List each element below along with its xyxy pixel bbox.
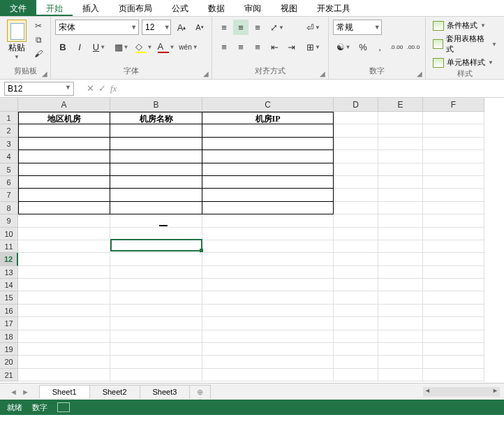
cell-D7[interactable] [334,189,378,201]
row-header-8[interactable]: 8 [0,202,18,214]
align-center-button[interactable]: ≡ [233,39,249,54]
row-header-14[interactable]: 14 [0,279,18,291]
font-size-input[interactable] [142,22,163,32]
cell-A4[interactable] [18,150,110,163]
cell-A11[interactable] [18,240,110,253]
cell-F16[interactable] [423,305,484,317]
cell-A8[interactable] [18,202,110,214]
underline-button[interactable]: U▼ [89,39,110,54]
row-header-16[interactable]: 16 [0,305,18,317]
cell-D21[interactable] [334,369,378,381]
cell-F7[interactable] [423,189,484,201]
row-header-15[interactable]: 15 [0,291,18,304]
cell-C17[interactable] [202,317,334,330]
align-top-button[interactable]: ≡ [216,20,232,35]
cell-F11[interactable] [423,240,484,253]
font-name-input[interactable] [56,22,130,32]
cell-C3[interactable] [202,138,334,150]
cell-D10[interactable] [334,228,378,240]
italic-button[interactable]: I [72,39,87,54]
align-right-button[interactable]: ≡ [250,39,265,54]
cell-styles-button[interactable]: 单元格样式▼ [431,57,498,68]
cell-C18[interactable] [202,330,334,343]
cell-B13[interactable] [110,266,202,279]
cell-B2[interactable] [110,124,202,137]
cell-B14[interactable] [110,279,202,291]
insert-function-button[interactable]: fx [110,83,117,94]
chevron-down-icon[interactable]: ▼ [63,82,73,95]
cell-A9[interactable] [18,214,110,227]
cell-F21[interactable] [423,369,484,381]
cell-D18[interactable] [334,330,378,343]
spreadsheet-grid[interactable]: 123456789101112131415161718192021 ABCDEF… [0,98,504,383]
cell-E3[interactable] [378,138,423,150]
cell-D17[interactable] [334,317,378,330]
cell-D3[interactable] [334,138,378,150]
cell-E21[interactable] [378,369,423,381]
cell-F17[interactable] [423,317,484,330]
tab-review[interactable]: 审阅 [235,0,271,16]
cell-A14[interactable] [18,279,110,291]
name-box[interactable]: ▼ [4,82,74,96]
cell-C14[interactable] [202,279,334,291]
cell-B9[interactable] [110,214,202,227]
merge-center-button[interactable]: ⊞▼ [303,39,324,54]
cell-D19[interactable] [334,343,378,356]
cell-A1[interactable]: 地区机房 [18,112,110,124]
currency-button[interactable]: ☯▼ [333,39,354,54]
font-size-combo[interactable]: ▼ [142,20,171,35]
cell-B15[interactable] [110,291,202,304]
tab-page-layout[interactable]: 页面布局 [109,0,162,16]
cell-C10[interactable] [202,228,334,240]
cell-F14[interactable] [423,279,484,291]
cell-C15[interactable] [202,291,334,304]
cell-E13[interactable] [378,266,423,279]
cell-E19[interactable] [378,343,423,356]
cell-B4[interactable] [110,150,202,163]
cell-E1[interactable] [378,112,423,124]
increase-font-button[interactable]: A▴ [174,20,189,35]
cell-B5[interactable] [110,163,202,176]
tab-file[interactable]: 文件 [0,0,36,16]
name-box-input[interactable] [5,82,63,95]
cell-D15[interactable] [334,291,378,304]
cancel-formula-button[interactable]: ✕ [87,83,94,94]
number-format-input[interactable] [334,22,373,32]
cell-A21[interactable] [18,369,110,381]
cell-B21[interactable] [110,369,202,381]
cut-button[interactable]: ✂ [32,20,45,32]
bold-button[interactable]: B [55,39,71,54]
row-header-6[interactable]: 6 [0,176,18,189]
font-name-combo[interactable]: ▼ [55,20,139,35]
formula-input[interactable] [121,82,504,95]
alignment-dialog-launcher[interactable]: ◢ [320,70,325,78]
border-button[interactable]: ▦▼ [111,39,132,54]
cell-B1[interactable]: 机房名称 [110,112,202,124]
paste-button[interactable]: 粘贴 ▼ [4,18,29,66]
column-header-B[interactable]: B [110,98,202,112]
cell-E5[interactable] [378,163,423,176]
cell-A5[interactable] [18,163,110,176]
cell-A2[interactable] [18,124,110,137]
cell-C12[interactable] [202,253,334,265]
cell-C4[interactable] [202,150,334,163]
cell-A6[interactable] [18,176,110,189]
row-header-12[interactable]: 12 [0,253,18,265]
cell-D8[interactable] [334,202,378,214]
cell-C8[interactable] [202,202,334,214]
cell-A3[interactable] [18,138,110,150]
sheet-tab-3[interactable]: Sheet3 [140,385,191,399]
cell-F3[interactable] [423,138,484,150]
cell-F8[interactable] [423,202,484,214]
wrap-text-button[interactable]: ⏎▼ [303,20,324,35]
cell-F19[interactable] [423,343,484,356]
cell-E16[interactable] [378,305,423,317]
row-header-9[interactable]: 9 [0,214,18,227]
cell-E11[interactable] [378,240,423,253]
comma-style-button[interactable]: , [372,39,387,54]
cell-B8[interactable] [110,202,202,214]
sheet-nav-next[interactable]: ► [22,388,29,396]
cell-D11[interactable] [334,240,378,253]
cell-B7[interactable] [110,189,202,201]
cell-D6[interactable] [334,176,378,189]
